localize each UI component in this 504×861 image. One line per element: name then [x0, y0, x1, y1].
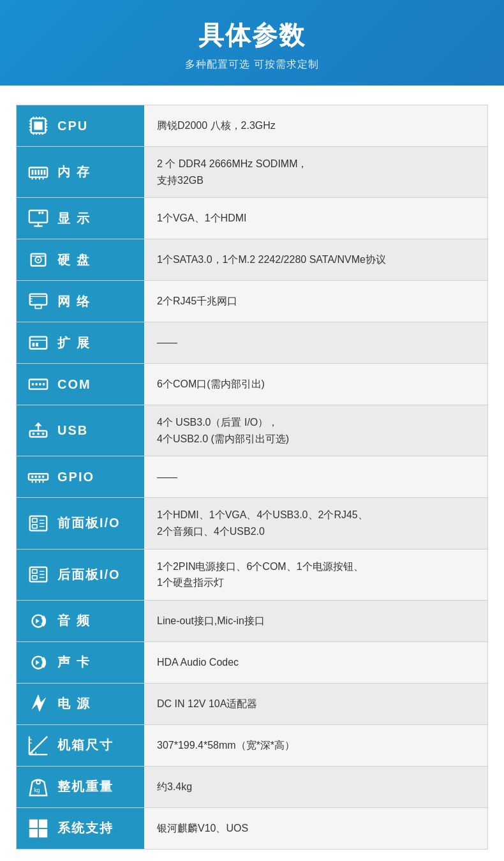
svg-rect-94: [39, 829, 47, 837]
spec-row-memory: 内 存2 个 DDR4 2666MHz SODIMM，支持32GB: [16, 146, 488, 198]
spec-value-power: DC IN 12V 10A适配器: [144, 684, 487, 724]
svg-point-47: [32, 383, 34, 386]
svg-rect-21: [38, 170, 40, 175]
spec-row-usb: USB4个 USB3.0（后置 I/O），4个USB2.0 (需内部引出可选): [16, 405, 488, 456]
spec-label-network: 网 络: [17, 281, 144, 322]
expand-icon: [26, 330, 51, 356]
page-title: 具体参数: [13, 18, 491, 53]
spec-row-os: 系统支持银河麒麟V10、UOS: [16, 807, 488, 850]
spec-label-gpio: GPIO: [17, 456, 144, 497]
spec-label-text-cpu: CPU: [57, 119, 88, 133]
svg-rect-44: [33, 343, 35, 347]
svg-point-50: [43, 383, 45, 386]
svg-point-56: [42, 433, 45, 435]
spec-value-dimensions: 307*199.4*58mm（宽*深*高）: [144, 725, 487, 766]
spec-label-text-network: 网 络: [57, 293, 91, 310]
spec-label-text-front-panel: 前面板I/O: [57, 514, 121, 532]
spec-value-storage: 1个SATA3.0，1个M.2 2242/2280 SATA/NVMe协议: [144, 239, 487, 280]
svg-rect-23: [44, 170, 46, 175]
svg-rect-45: [36, 343, 38, 347]
com-icon: [26, 371, 51, 397]
svg-point-58: [31, 475, 34, 478]
spec-label-text-memory: 内 存: [57, 163, 91, 181]
spec-value-os: 银河麒麟V10、UOS: [144, 808, 487, 849]
spec-row-display: 显 示1个VGA、1个HDMI: [16, 197, 488, 239]
spec-row-weight: kg整机重量约3.4kg: [16, 766, 488, 808]
svg-point-31: [41, 212, 44, 214]
spec-value-network: 2个RJ45千兆网口: [144, 281, 487, 322]
svg-marker-80: [33, 695, 46, 712]
network-icon: [26, 288, 51, 314]
svg-point-48: [35, 383, 38, 386]
memory-icon: [26, 160, 51, 185]
spec-row-cpu: CPU腾锐D2000 八核，2.3GHz: [16, 105, 488, 147]
sound-icon: [26, 650, 51, 675]
svg-line-81: [29, 737, 47, 754]
spec-value-expand: ——: [144, 322, 487, 363]
svg-point-59: [34, 475, 37, 478]
spec-table: CPU腾锐D2000 八核，2.3GHz内 存2 个 DDR4 2666MHz …: [16, 105, 488, 850]
spec-label-text-audio-port: 音 频: [57, 612, 91, 629]
spec-row-com: COM6个COM口(需内部引出): [16, 363, 488, 405]
svg-rect-1: [34, 121, 42, 130]
svg-point-88: [36, 780, 40, 784]
spec-label-cpu: CPU: [17, 105, 144, 146]
usb-icon: [26, 418, 51, 444]
audio-icon: [26, 608, 51, 634]
spec-row-rear-panel: 后面板I/O1个2PIN电源接口、6个COM、1个电源按钮、1个硬盘指示灯: [16, 549, 488, 601]
spec-label-text-expand: 扩 展: [57, 334, 91, 352]
spec-row-front-panel: 前面板I/O1个HDMI、1个VGA、4个USB3.0、2个RJ45、2个音频口…: [16, 497, 488, 549]
spec-row-dimensions: 机箱尺寸307*199.4*58mm（宽*深*高）: [16, 724, 488, 767]
spec-label-text-weight: 整机重量: [57, 778, 114, 795]
spec-value-audio-port: Line-out接口,Mic-in接口: [144, 601, 487, 641]
svg-rect-92: [39, 820, 47, 828]
svg-rect-39: [35, 305, 41, 309]
svg-rect-91: [29, 820, 38, 828]
spec-row-sound-card: 声 卡HDA Audio Codec: [16, 641, 488, 684]
spec-value-display: 1个VGA、1个HDMI: [144, 198, 487, 239]
spec-label-text-storage: 硬 盘: [57, 251, 91, 269]
spec-value-memory: 2 个 DDR4 2666MHz SODIMM，支持32GB: [144, 147, 487, 197]
storage-icon: [26, 247, 51, 273]
page-subtitle: 多种配置可选 可按需求定制: [13, 58, 491, 71]
spec-label-power: 电 源: [17, 684, 144, 724]
spec-value-weight: 约3.4kg: [144, 767, 487, 807]
spec-label-storage: 硬 盘: [17, 239, 144, 280]
spec-value-sound-card: HDA Audio Codec: [144, 642, 487, 683]
power-icon: [26, 691, 51, 717]
cpu-icon: [26, 113, 51, 139]
spec-label-text-power: 电 源: [57, 695, 91, 712]
display-icon: [26, 206, 51, 231]
content-area: CPU腾锐D2000 八核，2.3GHz内 存2 个 DDR4 2666MHz …: [0, 86, 504, 861]
spec-value-com: 6个COM口(需内部引出): [144, 364, 487, 405]
spec-label-display: 显 示: [17, 198, 144, 239]
spec-label-weight: kg整机重量: [17, 767, 144, 807]
page-header: 具体参数 多种配置可选 可按需求定制: [0, 0, 504, 86]
spec-label-text-gpio: GPIO: [57, 470, 94, 484]
spec-value-rear-panel: 1个2PIN电源接口、6个COM、1个电源按钮、1个硬盘指示灯: [144, 550, 487, 600]
spec-label-memory: 内 存: [17, 147, 144, 197]
spec-label-text-usb: USB: [57, 423, 88, 438]
svg-rect-67: [33, 518, 38, 522]
weight-icon: kg: [26, 774, 51, 800]
svg-point-55: [37, 433, 40, 435]
spec-label-os: 系统支持: [17, 808, 144, 849]
svg-point-54: [33, 433, 35, 435]
spec-row-power: 电 源DC IN 12V 10A适配器: [16, 683, 488, 725]
spec-label-text-os: 系统支持: [57, 820, 114, 837]
dimensions-icon: [26, 733, 51, 758]
spec-label-sound-card: 声 卡: [17, 642, 144, 683]
svg-rect-74: [33, 576, 38, 580]
svg-marker-53: [34, 423, 41, 426]
spec-row-storage: 硬 盘1个SATA3.0，1个M.2 2242/2280 SATA/NVMe协议: [16, 239, 488, 281]
spec-label-usb: USB: [17, 405, 144, 456]
spec-value-cpu: 腾锐D2000 八核，2.3GHz: [144, 105, 487, 146]
svg-rect-93: [29, 829, 38, 837]
svg-rect-73: [33, 570, 38, 574]
svg-point-60: [38, 475, 41, 478]
spec-label-text-rear-panel: 后面板I/O: [57, 566, 121, 583]
spec-row-audio-port: 音 频Line-out接口,Mic-in接口: [16, 600, 488, 642]
spec-label-text-sound-card: 声 卡: [57, 654, 91, 671]
svg-rect-20: [34, 170, 36, 175]
spec-value-usb: 4个 USB3.0（后置 I/O），4个USB2.0 (需内部引出可选): [144, 405, 487, 456]
